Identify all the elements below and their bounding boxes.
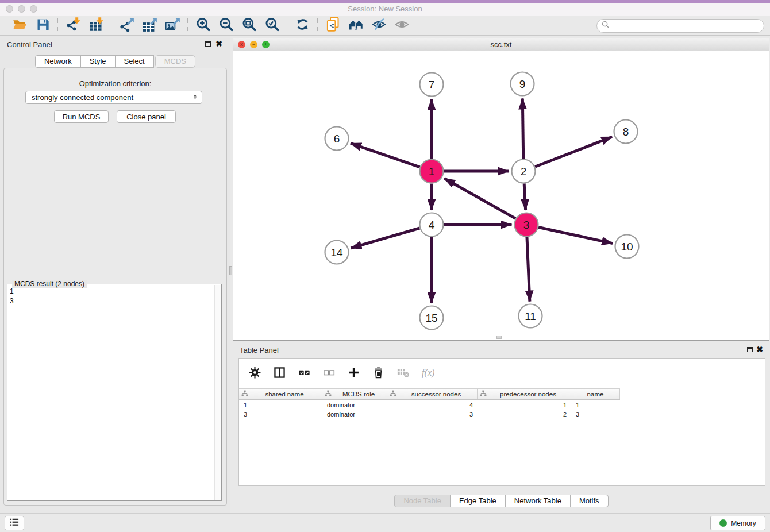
table-cell[interactable]: dominator [322,400,387,410]
control-panel-float-icon[interactable] [205,41,211,47]
table-cell[interactable]: 3 [571,410,620,419]
memory-button[interactable]: Memory [710,516,765,530]
graph-edge-3-10[interactable] [538,228,613,244]
network-title: scc.txt [233,40,769,49]
network-window-titlebar[interactable]: x – + scc.txt [233,38,769,51]
mcds-result-text[interactable]: 13 [10,287,213,306]
graph-node-10[interactable]: 10 [615,235,639,259]
unselect-all-columns-button[interactable] [321,366,336,381]
table-cell[interactable]: 1 [478,400,571,410]
table-cell[interactable]: dominator [322,410,387,419]
zoom-in-icon [195,17,211,34]
graph-edge-1-6[interactable] [351,143,420,167]
table-cell[interactable]: 4 [387,400,478,410]
graph-node-7[interactable]: 7 [420,73,444,97]
network-canvas[interactable]: 7968124314101511 [233,51,769,340]
fit-content-button[interactable] [240,17,258,34]
export-network-button[interactable] [117,17,136,34]
delete-column-button[interactable] [371,366,386,381]
graph-node-3[interactable]: 3 [515,213,538,237]
tab-select[interactable]: Select [115,55,154,68]
graph-node-4[interactable]: 4 [420,213,444,237]
tab-network-table[interactable]: Network Table [505,495,571,507]
network-hscroll-thumb[interactable] [496,336,502,339]
open-file-button[interactable] [10,17,29,34]
select-all-columns-button[interactable] [297,366,311,381]
table-row[interactable]: 3dominator323 [239,410,620,419]
create-column-button[interactable] [346,366,361,381]
zoom-out-button[interactable] [217,17,235,34]
table-cell[interactable]: 1 [239,400,322,410]
network-graph[interactable]: 7968124314101511 [233,51,769,340]
tab-mcds[interactable]: MCDS [155,55,195,68]
column-header-MCDS-role[interactable]: MCDS role [322,389,387,399]
hide-graphics-details-button[interactable] [369,17,388,34]
graph-edge-2-3[interactable] [524,183,525,210]
criterion-select[interactable]: strongly connected component [25,91,202,104]
graph-node-9[interactable]: 9 [511,72,534,96]
titlebar-accent-strip [0,0,770,3]
tab-node-table[interactable]: Node Table [394,495,451,507]
tab-motifs[interactable]: Motifs [570,495,609,507]
graph-node-8[interactable]: 8 [614,120,638,144]
zoom-in-button[interactable] [194,17,212,34]
control-panel-close-icon[interactable]: ✖ [215,41,222,47]
table-settings-gear-button[interactable] [247,366,262,381]
column-header-predecessor-nodes[interactable]: predecessor nodes [478,389,571,399]
graph-edge-4-14[interactable] [351,228,419,248]
run-mcds-button[interactable]: Run MCDS [54,110,109,123]
export-network-icon [119,17,134,34]
search-box[interactable] [596,19,764,33]
split-divider-handle[interactable] [229,266,232,275]
task-history-button[interactable] [5,516,24,530]
graph-edge-3-1[interactable] [444,179,515,219]
close-panel-button[interactable]: Close panel [117,110,176,123]
search-input[interactable] [613,22,759,30]
mcds-result-line: 1 [10,287,213,296]
graph-node-11[interactable]: 11 [519,304,542,328]
graph-edge-2-9[interactable] [522,98,523,159]
result-scrollbar[interactable] [214,285,221,500]
import-network-button[interactable] [64,17,82,34]
column-header-name[interactable]: name [571,389,620,399]
tab-style[interactable]: Style [80,55,116,68]
column-header-shared-name[interactable]: shared name [239,389,322,399]
graph-edge-2-8[interactable] [535,137,612,167]
column-header-successor-nodes[interactable]: successor nodes [387,389,478,399]
column-layout-button[interactable] [272,366,287,381]
show-graphics-details-button[interactable] [392,17,411,34]
table-cell[interactable]: 1 [571,400,620,410]
zoom-selected-button[interactable] [263,17,281,34]
fit-content-icon [241,17,257,34]
apply-layout-refresh-button[interactable] [293,17,311,34]
table-panel-float-icon[interactable] [747,347,753,352]
table-panel-close-icon[interactable]: ✖ [756,346,763,352]
delete-table-icon [396,366,410,381]
mcds-result-box: MCDS result (2 nodes) 13 [7,284,222,501]
table-row[interactable]: 1dominator411 [239,400,620,410]
window-titlebar: Session: New Session [0,0,770,16]
import-table-button[interactable] [87,17,105,34]
delete-table-button [395,366,410,381]
graph-node-2[interactable]: 2 [512,160,536,183]
criterion-value: strongly connected component [32,93,133,102]
graph-node-6[interactable]: 6 [325,127,349,151]
table-cell[interactable]: 3 [387,410,478,419]
export-table-button[interactable] [140,17,159,34]
graph-node-15[interactable]: 15 [420,306,444,330]
home-neighbors-button[interactable] [346,17,365,34]
copy-network-document-button[interactable] [324,17,342,34]
tab-edge-table[interactable]: Edge Table [450,495,506,507]
export-image-button[interactable] [163,17,182,34]
open-file-icon [12,17,28,34]
table-panel-tabs: Node TableEdge TableNetwork TableMotifs [233,495,770,507]
graph-node-1[interactable]: 1 [420,160,444,183]
tab-network[interactable]: Network [35,55,81,68]
table-cell[interactable]: 2 [478,410,571,419]
graph-node-14[interactable]: 14 [325,241,349,264]
search-icon [602,21,610,31]
table-cell[interactable]: 3 [239,410,322,419]
save-session-button[interactable] [33,17,52,34]
table-settings-gear-icon [248,366,261,381]
graph-edge-3-11[interactable] [527,237,530,301]
